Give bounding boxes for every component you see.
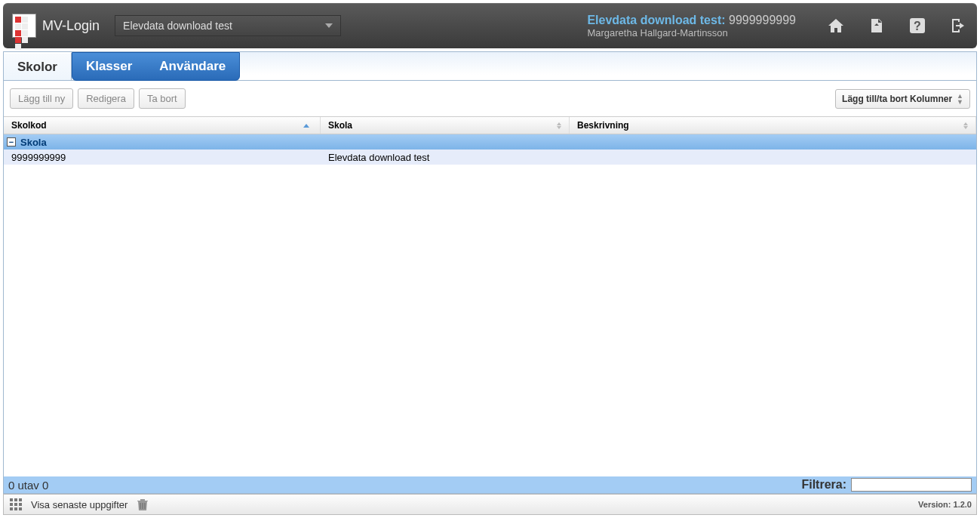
context-title-prefix: Elevdata download test: — [587, 14, 725, 26]
main-panel: Skolor Klasser Användare Lägg till ny Re… — [3, 51, 977, 494]
edit-button[interactable]: Redigera — [78, 88, 134, 109]
footer-bar: Visa senaste uppgifter Version: 1.2.0 — [3, 494, 977, 515]
grid-icon[interactable] — [8, 497, 23, 512]
recent-link[interactable]: Visa senaste uppgifter — [31, 499, 127, 510]
tab-klasser[interactable]: Klasser — [72, 53, 146, 80]
svg-rect-7 — [19, 503, 22, 506]
top-icon-bar: ? — [826, 16, 968, 35]
filter-input[interactable] — [851, 478, 972, 492]
delete-button[interactable]: Ta bort — [139, 88, 186, 109]
app-logo-icon — [12, 14, 36, 38]
sort-asc-icon — [303, 124, 309, 128]
school-selector-value: Elevdata download test — [123, 20, 232, 32]
tab-anvandare[interactable]: Användare — [146, 53, 239, 80]
columns-button-label: Lägg till/ta bort Kolumner — [842, 94, 952, 104]
svg-rect-4 — [19, 498, 22, 501]
topbar: MV-Login Elevdata download test Elevdata… — [3, 3, 977, 48]
filter-label: Filtrera: — [801, 478, 846, 492]
sort-icon: ▲▼ — [957, 93, 963, 105]
version-label: Version: 1.2.0 — [918, 500, 972, 509]
tab-bar: Skolor Klasser Användare — [4, 52, 976, 81]
svg-rect-2 — [10, 498, 13, 501]
svg-rect-3 — [14, 498, 17, 501]
context-title-number: 9999999999 — [729, 14, 796, 26]
trash-icon[interactable] — [135, 497, 150, 512]
chevron-down-icon — [325, 23, 333, 28]
svg-rect-6 — [14, 503, 17, 506]
column-header-skolkod[interactable]: Skolkod — [4, 117, 321, 134]
column-header-skola[interactable]: Skola — [321, 117, 570, 134]
svg-text:?: ? — [914, 20, 921, 32]
svg-rect-10 — [19, 507, 22, 510]
context-title: Elevdata download test: 9999999999 — [587, 14, 796, 27]
context-user: Margaretha Hallgard-Martinsson — [587, 27, 796, 39]
status-bar: 0 utav 0 Filtrera: — [4, 476, 976, 493]
home-icon[interactable] — [826, 16, 846, 35]
tab-skolor[interactable]: Skolor — [4, 52, 72, 80]
toolbar: Lägg till ny Redigera Ta bort Lägg till/… — [4, 81, 976, 116]
add-button[interactable]: Lägg till ny — [10, 88, 73, 109]
tab-bar-inactive: Klasser Användare — [72, 52, 240, 81]
school-selector[interactable]: Elevdata download test — [115, 15, 341, 36]
group-row-skola[interactable]: − Skola — [4, 134, 976, 150]
column-header-beskrivning[interactable]: Beskrivning — [570, 117, 976, 134]
row-count: 0 utav 0 — [8, 479, 48, 492]
columns-button[interactable]: Lägg till/ta bort Kolumner ▲▼ — [835, 89, 970, 109]
svg-rect-5 — [10, 503, 13, 506]
sort-icon — [963, 122, 968, 129]
group-label: Skola — [20, 137, 47, 148]
export-icon[interactable] — [867, 16, 886, 35]
collapse-icon[interactable]: − — [7, 137, 16, 146]
app-title: MV-Login — [42, 18, 100, 34]
context-info: Elevdata download test: 9999999999 Marga… — [587, 14, 796, 39]
column-header-skola-label: Skola — [328, 120, 352, 131]
table-row[interactable]: 9999999999 Elevdata download test — [4, 150, 976, 165]
logout-icon[interactable] — [948, 16, 968, 35]
cell-skolkod: 9999999999 — [4, 152, 321, 163]
svg-rect-8 — [10, 507, 13, 510]
table-header-row: Skolkod Skola Beskrivning — [4, 116, 976, 134]
svg-rect-9 — [14, 507, 17, 510]
column-header-beskrivning-label: Beskrivning — [577, 120, 629, 131]
sort-icon — [557, 122, 561, 129]
cell-skola: Elevdata download test — [321, 152, 570, 163]
help-icon[interactable]: ? — [908, 16, 927, 35]
column-header-skolkod-label: Skolkod — [11, 120, 47, 131]
table-empty-area — [4, 165, 976, 476]
